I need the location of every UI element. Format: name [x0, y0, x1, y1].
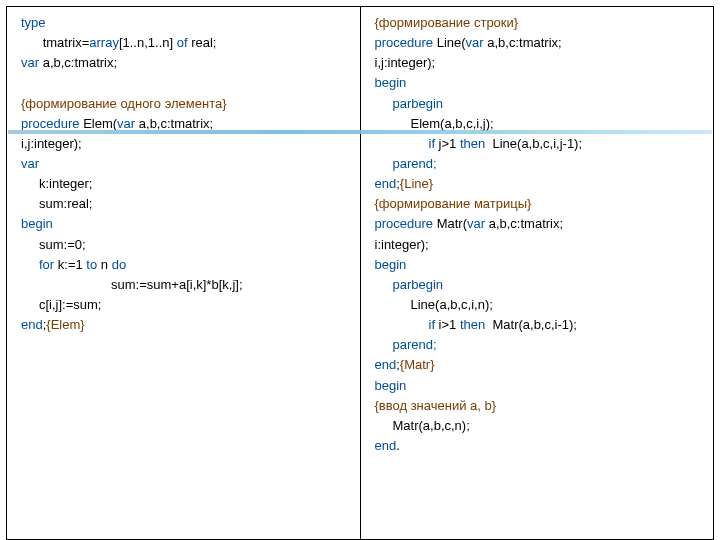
code-line: if i>1 then Matr(a,b,c,i-1); — [375, 315, 704, 335]
code-line: c[i,j]:=sum; — [21, 295, 350, 315]
code-line: sum:real; — [21, 194, 350, 214]
code-line: Matr(a,b,c,n); — [375, 416, 704, 436]
right-column: {формирование строки} procedure Line(var… — [361, 7, 714, 539]
left-column: type tmatrix=array[1..n,1..n] of real; v… — [7, 7, 361, 539]
code-line: i,j:integer); — [375, 53, 704, 73]
code-line: sum:=sum+a[i,k]*b[k,j]; — [21, 275, 350, 295]
code-line: procedure Elem(var a,b,c:tmatrix; — [21, 114, 350, 134]
code-line: i:integer); — [375, 235, 704, 255]
kw-begin: begin — [375, 73, 704, 93]
code-line: end;{Elem} — [21, 315, 350, 335]
blank-line — [21, 73, 350, 93]
kw-parbegin: parbegin — [375, 94, 704, 114]
code-line: var a,b,c:tmatrix; — [21, 53, 350, 73]
code-line: end. — [375, 436, 704, 456]
comment-line: {формирование строки} — [375, 13, 704, 33]
code-line: sum:=0; — [21, 235, 350, 255]
kw-parbegin: parbegin — [375, 275, 704, 295]
code-line: if j>1 then Line(a,b,c,i,j-1); — [375, 134, 704, 154]
kw-begin: begin — [375, 376, 704, 396]
code-line: procedure Line(var a,b,c:tmatrix; — [375, 33, 704, 53]
columns: type tmatrix=array[1..n,1..n] of real; v… — [6, 6, 714, 540]
kw-begin: begin — [21, 214, 350, 234]
code-line: k:integer; — [21, 174, 350, 194]
code-line: parend; — [375, 335, 704, 355]
code-line: tmatrix=array[1..n,1..n] of real; — [21, 33, 350, 53]
code-line: i,j:integer); — [21, 134, 350, 154]
kw-begin: begin — [375, 255, 704, 275]
kw-var: var — [21, 154, 350, 174]
kw-type: type — [21, 15, 46, 30]
comment-line: {ввод значений a, b} — [375, 396, 704, 416]
comment-line: {формирование матрицы} — [375, 194, 704, 214]
code-line: Elem(a,b,c,i,j); — [375, 114, 704, 134]
code-line: for k:=1 to n do — [21, 255, 350, 275]
code-line: parend; — [375, 154, 704, 174]
code-line: Line(a,b,c,i,n); — [375, 295, 704, 315]
code-line: end;{Matr} — [375, 355, 704, 375]
code-line: end;{Line} — [375, 174, 704, 194]
code-line: type — [21, 13, 350, 33]
code-line: procedure Matr(var a,b,c:tmatrix; — [375, 214, 704, 234]
code-slide: type tmatrix=array[1..n,1..n] of real; v… — [0, 0, 720, 540]
comment-line: {формирование одного элемента} — [21, 94, 350, 114]
